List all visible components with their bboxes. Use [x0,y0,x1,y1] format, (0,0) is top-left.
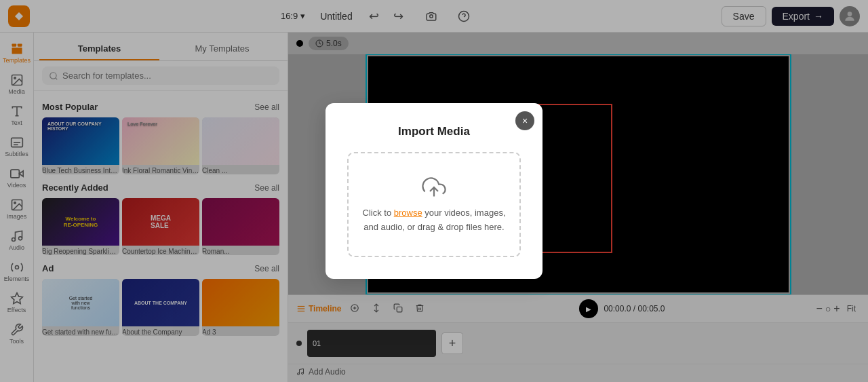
modal-title: Import Media [347,125,521,138]
upload-icon [422,175,446,199]
modal-close-button[interactable]: × [515,111,534,130]
drop-zone[interactable]: Click to browse your videos, images, and… [347,152,521,258]
drop-text: Click to browse your videos, images, and… [362,206,506,235]
browse-link[interactable]: browse [394,208,422,218]
import-media-modal: × Import Media Click to browse your vide… [326,103,542,280]
modal-overlay[interactable]: × Import Media Click to browse your vide… [0,0,868,382]
drop-text-prefix: Click to [363,208,394,218]
